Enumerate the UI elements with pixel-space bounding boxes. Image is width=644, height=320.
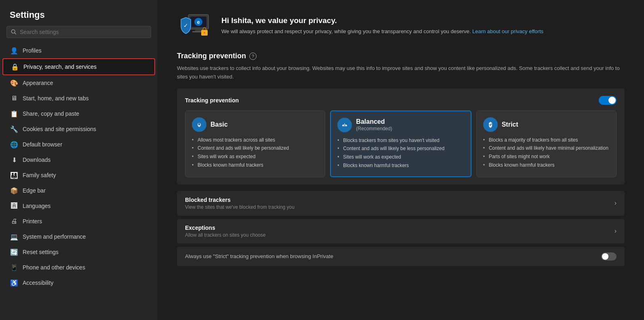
strict-feature-item: Blocks known harmful trackers	[483, 161, 610, 170]
basic-feature-item: Content and ads will likely be personali…	[192, 144, 318, 153]
blocked-trackers-title: Blocked trackers	[185, 197, 295, 203]
sidebar-item-appearance[interactable]: 🎨 Appearance	[2, 75, 155, 91]
balanced-feature-item: Blocks known harmful trackers	[337, 161, 464, 170]
sidebar: Settings 👤 Profiles 🔒 Privacy, search, a…	[0, 0, 158, 320]
basic-icon	[192, 117, 206, 132]
strict-feature-item: Blocks a majority of trackers from all s…	[483, 136, 610, 144]
search-box[interactable]	[6, 26, 151, 38]
nav-label-family-safety: Family safety	[23, 172, 56, 178]
banner-icon: e ✓	[177, 11, 213, 40]
banner-greeting: Hi Ishita, we value your privacy.	[221, 16, 543, 25]
option-cards: Basic Allows most trackers across all si…	[185, 110, 617, 177]
privacy-link[interactable]: Learn about our privacy efforts	[472, 28, 543, 34]
tracking-prevention-box: Tracking prevention Basic	[177, 89, 625, 184]
sidebar-item-system-performance[interactable]: 💻 System and performance	[2, 229, 155, 244]
nav-icon-printers: 🖨	[11, 218, 18, 225]
nav-label-share-copy: Share, copy and paste	[23, 110, 79, 117]
blocked-trackers-row[interactable]: Blocked trackers View the sites that we'…	[177, 191, 625, 216]
section-header: Tracking prevention ?	[177, 52, 625, 60]
nav-icon-share-copy: 📋	[11, 110, 18, 117]
strict-feature-item: Content and ads will likely have minimal…	[483, 144, 610, 153]
nav-label-accessibility: Accessibility	[23, 280, 53, 286]
sidebar-item-share-copy[interactable]: 📋 Share, copy and paste	[2, 106, 155, 121]
nav-icon-downloads: ⬇	[11, 156, 18, 163]
nav-icon-accessibility: ♿	[11, 279, 18, 286]
sidebar-item-accessibility[interactable]: ♿ Accessibility	[2, 275, 155, 290]
sidebar-item-family-safety[interactable]: 👨‍👩‍👧 Family safety	[2, 167, 155, 183]
sidebar-item-printers[interactable]: 🖨 Printers	[2, 214, 155, 229]
nav-label-start-home: Start, home, and new tabs	[23, 95, 88, 102]
tracking-prevention-toggle[interactable]	[599, 96, 617, 105]
section-desc: Websites use trackers to collect info ab…	[177, 64, 625, 81]
svg-text:e: e	[197, 19, 200, 25]
nav-label-cookies: Cookies and site permissions	[23, 126, 96, 132]
nav-icon-appearance: 🎨	[11, 79, 18, 87]
strict-icon	[483, 117, 498, 132]
sidebar-item-edge-bar[interactable]: 📦 Edge bar	[2, 183, 155, 198]
exceptions-title: Exceptions	[185, 225, 265, 231]
card-header-basic: Basic	[192, 117, 318, 132]
banner-text: Hi Ishita, we value your privacy. We wil…	[221, 16, 543, 36]
svg-point-10	[204, 32, 205, 34]
help-icon[interactable]: ?	[249, 53, 257, 60]
sidebar-item-downloads[interactable]: ⬇ Downloads	[2, 152, 155, 167]
balanced-features: Blocks trackers from sites you haven't v…	[337, 136, 464, 170]
sidebar-item-reset-settings[interactable]: 🔄 Reset settings	[2, 244, 155, 260]
tracking-box-header: Tracking prevention	[185, 96, 617, 105]
section-title: Tracking prevention	[177, 52, 246, 60]
nav-label-edge-bar: Edge bar	[23, 187, 46, 194]
nav-label-appearance: Appearance	[23, 80, 53, 86]
basic-features: Allows most trackers across all sitesCon…	[192, 136, 318, 170]
search-input[interactable]	[20, 29, 147, 35]
exceptions-row[interactable]: Exceptions Allow all trackers on sites y…	[177, 219, 625, 244]
sidebar-item-privacy[interactable]: 🔒 Privacy, search, and services	[2, 58, 155, 75]
basic-title: Basic	[210, 121, 228, 128]
strict-inprivate-label: Always use "Strict" tracking prevention …	[185, 253, 333, 259]
strict-title: Strict	[502, 121, 518, 128]
exceptions-chevron: ›	[615, 227, 617, 235]
strict-inprivate-row: Always use "Strict" tracking prevention …	[177, 247, 625, 266]
strict-feature-item: Parts of sites might not work	[483, 153, 610, 161]
nav-icon-privacy: 🔒	[11, 63, 19, 70]
banner-description: We will always protect and respect your …	[221, 28, 543, 36]
nav-label-languages: Languages	[23, 203, 51, 209]
nav-list: 👤 Profiles 🔒 Privacy, search, and servic…	[0, 43, 158, 290]
option-card-strict[interactable]: Strict Blocks a majority of trackers fro…	[476, 110, 617, 177]
svg-rect-16	[342, 125, 344, 126]
basic-feature-item: Sites will work as expected	[192, 153, 318, 161]
option-card-basic[interactable]: Basic Allows most trackers across all si…	[185, 110, 325, 177]
nav-label-system-performance: System and performance	[23, 233, 86, 240]
svg-rect-17	[345, 125, 347, 126]
sidebar-item-start-home[interactable]: 🖥 Start, home, and new tabs	[2, 91, 155, 106]
balanced-icon	[337, 118, 352, 132]
svg-text:✓: ✓	[183, 22, 188, 29]
nav-icon-system-performance: 💻	[11, 233, 18, 240]
svg-point-12	[198, 123, 200, 125]
sidebar-item-cookies[interactable]: 🔧 Cookies and site permissions	[2, 121, 155, 137]
card-header-balanced: Balanced (Recommended)	[337, 118, 464, 132]
nav-label-privacy: Privacy, search, and services	[23, 64, 97, 70]
strict-inprivate-toggle[interactable]	[601, 252, 617, 261]
nav-icon-profiles: 👤	[11, 47, 18, 54]
strict-features: Blocks a majority of trackers from all s…	[483, 136, 610, 170]
privacy-banner: e ✓ Hi Ishita, we value your privacy. We…	[177, 11, 625, 40]
sidebar-item-phone-devices[interactable]: 📱 Phone and other devices	[2, 260, 155, 275]
sidebar-item-languages[interactable]: 🅰 Languages	[2, 198, 155, 214]
balanced-subtitle: (Recommended)	[356, 126, 392, 131]
sidebar-item-profiles[interactable]: 👤 Profiles	[2, 43, 155, 58]
nav-label-printers: Printers	[23, 218, 42, 225]
nav-icon-phone-devices: 📱	[11, 264, 18, 271]
nav-icon-edge-bar: 📦	[11, 187, 18, 194]
balanced-feature-item: Sites will work as expected	[337, 153, 464, 161]
basic-feature-item: Blocks known harmful trackers	[192, 161, 318, 170]
exceptions-desc: Allow all trackers on sites you choose	[185, 232, 265, 238]
nav-label-downloads: Downloads	[23, 157, 51, 163]
sidebar-item-default-browser[interactable]: 🌐 Default browser	[2, 137, 155, 152]
nav-icon-start-home: 🖥	[11, 95, 18, 102]
nav-label-default-browser: Default browser	[23, 141, 62, 148]
main-content: e ✓ Hi Ishita, we value your privacy. We…	[158, 0, 644, 320]
nav-icon-default-browser: 🌐	[11, 141, 18, 148]
card-header-strict: Strict	[483, 117, 610, 132]
nav-label-phone-devices: Phone and other devices	[23, 264, 85, 271]
option-card-balanced[interactable]: Balanced (Recommended) Blocks trackers f…	[330, 110, 471, 177]
